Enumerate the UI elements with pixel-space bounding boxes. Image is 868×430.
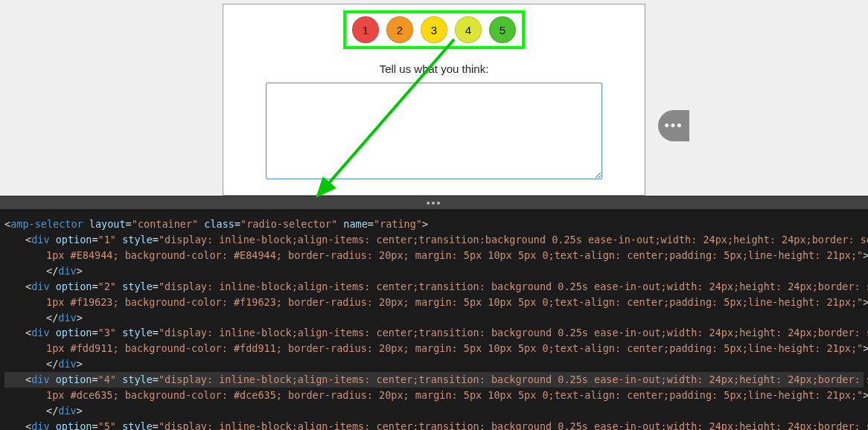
- code-panel[interactable]: <amp-selector layout="container" class="…: [0, 209, 868, 430]
- rating-option-5[interactable]: 5: [489, 16, 516, 43]
- feedback-card: 12345 Tell us what you think:: [223, 4, 645, 196]
- floating-menu-button[interactable]: •••: [658, 110, 689, 141]
- rating-option-1[interactable]: 1: [352, 16, 379, 43]
- rating-option-2[interactable]: 2: [386, 16, 413, 43]
- rating-option-4[interactable]: 4: [455, 16, 482, 43]
- rating-option-3[interactable]: 3: [421, 16, 447, 43]
- rating-selector-highlight: 12345: [343, 10, 525, 49]
- prompt-label: Tell us what you think:: [380, 62, 489, 75]
- dots-icon: •••: [665, 118, 683, 134]
- preview-panel: 12345 Tell us what you think: •••: [0, 0, 868, 196]
- feedback-textarea[interactable]: [266, 83, 602, 179]
- dots-icon: •••: [427, 197, 442, 209]
- panel-splitter[interactable]: •••: [0, 196, 868, 209]
